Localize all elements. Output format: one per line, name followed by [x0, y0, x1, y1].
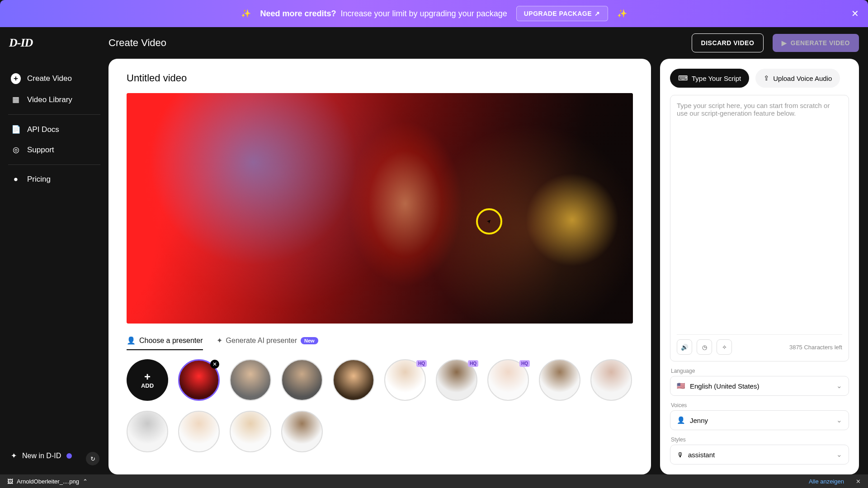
- grid-icon: ▦: [11, 95, 21, 104]
- tab-upload-audio[interactable]: ⇪ Upload Voice Audio: [755, 69, 840, 88]
- script-source-tabs: ⌨ Type Your Script ⇪ Upload Voice Audio: [670, 69, 849, 88]
- presenter-avatar[interactable]: [590, 359, 632, 401]
- image-file-icon: 🖼: [7, 478, 13, 485]
- presenter-avatar[interactable]: [281, 359, 323, 401]
- external-link-icon: ↗: [594, 10, 600, 17]
- styles-label: Styles: [671, 436, 848, 443]
- tab-generate-ai-presenter[interactable]: ✦ Generate AI presenter New: [217, 336, 318, 350]
- sidebar: + Create Video ▦ Video Library 📄 API Doc…: [0, 59, 108, 474]
- sparkle-icon: ✨: [241, 9, 251, 19]
- presenter-avatar[interactable]: [281, 411, 323, 452]
- presenter-avatar[interactable]: HQ: [384, 359, 426, 401]
- flag-icon: 🇺🇸: [677, 382, 685, 390]
- sidebar-item-support[interactable]: ◎ Support: [5, 140, 104, 160]
- tab-type-script[interactable]: ⌨ Type Your Script: [670, 69, 749, 88]
- chevron-down-icon: ⌄: [836, 382, 842, 390]
- pause-insert-button[interactable]: ◷: [697, 339, 712, 355]
- voices-label: Voices: [671, 402, 848, 408]
- chevron-down-icon: ⌄: [836, 416, 842, 424]
- remove-presenter-button[interactable]: ✕: [210, 360, 219, 369]
- keyboard-icon: ⌨: [678, 74, 688, 82]
- new-badge: New: [301, 337, 318, 344]
- close-banner-button[interactable]: ✕: [851, 8, 859, 19]
- page-title: Create Video: [108, 37, 683, 49]
- main-panel: Untitled video 👤 Choose a presenter ✦ Ge…: [108, 59, 651, 474]
- script-box: 🔊 ◷ ✧ 3875 Characters left: [670, 95, 849, 361]
- presenter-avatar[interactable]: [539, 359, 580, 401]
- speaker-icon: 🔊: [681, 344, 689, 351]
- divider: [8, 114, 100, 115]
- collapse-sidebar-button[interactable]: ↻: [86, 452, 99, 465]
- banner-text: Need more credits? Increase your limit b…: [260, 9, 507, 19]
- generate-video-button[interactable]: ▶ GENERATE VIDEO: [773, 34, 859, 52]
- notification-badge: [66, 453, 72, 459]
- sidebar-item-create-video[interactable]: + Create Video: [5, 68, 104, 89]
- presenter-avatar[interactable]: HQ: [436, 359, 477, 401]
- microphone-icon: 🎙: [677, 451, 684, 459]
- plus-icon: +: [144, 371, 151, 382]
- presenter-avatar[interactable]: [127, 411, 168, 452]
- topbar: D-ID Create Video DISCARD VIDEO ▶ GENERA…: [0, 27, 868, 59]
- presenter-avatar[interactable]: [230, 359, 271, 401]
- presenter-avatar[interactable]: HQ: [487, 359, 529, 401]
- logo[interactable]: D-ID: [9, 36, 99, 50]
- presenter-grid: + ADD ✕ HQ HQ HQ: [127, 359, 633, 452]
- sidebar-item-api-docs[interactable]: 📄 API Docs: [5, 119, 104, 140]
- upgrade-package-button[interactable]: UPGRADE PACKAGE ↗: [516, 6, 608, 21]
- sparkle-icon: ✦: [217, 336, 222, 345]
- sparkle-icon: ✨: [617, 9, 627, 19]
- presenter-avatar[interactable]: [230, 411, 271, 452]
- presenter-avatar[interactable]: [333, 359, 374, 401]
- lifebuoy-icon: ◎: [11, 145, 21, 155]
- styles-select[interactable]: 🎙 assistant ⌄: [670, 445, 849, 465]
- voices-select[interactable]: 👤 Jenny ⌄: [670, 410, 849, 430]
- divider: [8, 164, 100, 165]
- video-title-input[interactable]: Untitled video: [127, 72, 633, 84]
- hq-badge: HQ: [519, 360, 530, 367]
- document-icon: 📄: [11, 125, 21, 134]
- show-all-downloads[interactable]: Alle anzeigen: [809, 478, 844, 485]
- cursor-indicator: [476, 208, 502, 235]
- characters-left: 3875 Characters left: [789, 344, 842, 351]
- tab-choose-presenter[interactable]: 👤 Choose a presenter: [127, 336, 203, 350]
- close-download-bar[interactable]: ✕: [856, 478, 861, 485]
- upload-icon: ⇪: [764, 74, 769, 82]
- language-select[interactable]: 🇺🇸 English (United States) ⌄: [670, 376, 849, 396]
- download-file-chip[interactable]: 🖼 ArnoldOberleiter_....png ⌃: [7, 478, 88, 485]
- plus-icon: +: [11, 73, 21, 84]
- presenter-avatar[interactable]: ✕: [178, 359, 220, 401]
- presenter-image: [127, 93, 633, 324]
- sidebar-item-pricing[interactable]: ● Pricing: [5, 169, 104, 189]
- presenter-tabs: 👤 Choose a presenter ✦ Generate AI prese…: [127, 336, 633, 350]
- video-icon: ▶: [782, 39, 787, 47]
- script-panel: ⌨ Type Your Script ⇪ Upload Voice Audio …: [660, 59, 859, 474]
- presenter-avatar[interactable]: [178, 411, 220, 452]
- script-textarea[interactable]: [677, 102, 842, 334]
- sidebar-item-video-library[interactable]: ▦ Video Library: [5, 89, 104, 110]
- person-icon: 👤: [677, 416, 685, 424]
- hq-badge: HQ: [468, 360, 478, 367]
- video-preview[interactable]: [127, 93, 633, 324]
- listen-button[interactable]: 🔊: [677, 339, 692, 355]
- wand-icon: ✧: [722, 344, 727, 351]
- magic-button[interactable]: ✧: [717, 339, 732, 355]
- sparkle-icon: ✦: [11, 451, 17, 460]
- language-label: Language: [671, 368, 848, 374]
- hq-badge: HQ: [416, 360, 427, 367]
- chevron-down-icon: ⌄: [836, 450, 842, 459]
- add-presenter-button[interactable]: + ADD: [127, 359, 168, 401]
- coin-icon: ●: [11, 175, 21, 184]
- download-bar: 🖼 ArnoldOberleiter_....png ⌃ Alle anzeig…: [0, 474, 868, 488]
- clock-icon: ◷: [702, 344, 707, 351]
- promo-banner: ✨ Need more credits? Increase your limit…: [0, 0, 868, 27]
- discard-video-button[interactable]: DISCARD VIDEO: [692, 33, 764, 52]
- person-icon: 👤: [127, 336, 136, 345]
- chevron-up-icon: ⌃: [83, 478, 88, 485]
